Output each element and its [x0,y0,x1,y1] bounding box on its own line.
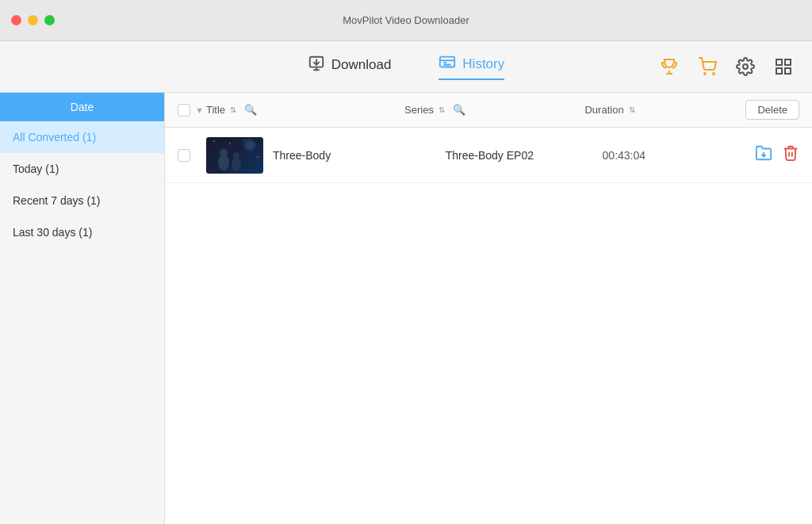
svg-rect-8 [785,68,791,74]
svg-point-16 [213,140,215,142]
top-nav-actions [657,54,796,79]
row-checkbox-area [178,149,206,162]
svg-rect-7 [776,68,782,74]
row-duration: 00:43:04 [603,149,720,162]
col-duration: Duration ⇅ [584,104,720,116]
sidebar: Date All Converted (1) Today (1) Recent … [0,93,165,524]
svg-point-18 [257,156,259,158]
svg-point-13 [220,149,228,157]
main-layout: Date All Converted (1) Today (1) Recent … [0,93,812,524]
thumbnail-image [206,137,263,174]
row-title: Three-Body [273,149,446,162]
row-actions [720,144,799,166]
title-sort-icon[interactable]: ⇅ [230,105,236,114]
thumbnail-figures [206,137,263,174]
col-title: Title ⇅ 🔍 [206,104,404,116]
header-checkbox-area: ▼ [178,104,206,117]
table-row: Three-Body Three-Body EP02 00:43:04 [165,128,812,183]
svg-point-19 [243,140,245,141]
table-header: ▼ Title ⇅ 🔍 Series ⇅ 🔍 Duration ⇅ Delete [165,93,812,128]
svg-rect-6 [785,59,791,65]
svg-point-3 [713,73,714,75]
history-tab-label: History [462,56,504,72]
svg-rect-5 [776,59,782,65]
download-tab-label: Download [331,57,392,73]
col-series: Series ⇅ 🔍 [404,104,584,116]
minimize-button[interactable] [28,15,38,25]
col-series-label: Series [404,104,434,116]
sidebar-item-recent-7[interactable]: Recent 7 days (1) [0,185,164,216]
settings-icon[interactable] [733,54,758,79]
svg-point-4 [743,64,748,69]
history-icon [439,54,456,75]
title-search-icon[interactable]: 🔍 [244,104,257,116]
select-all-checkbox[interactable] [178,104,190,117]
open-folder-icon[interactable] [755,144,772,166]
thumbnail [206,137,263,174]
svg-point-15 [233,152,239,159]
sidebar-item-all-converted[interactable]: All Converted (1) [0,121,164,153]
title-bar: MovPilot Video Downloader [0,0,812,41]
top-nav: Download History [0,41,812,93]
col-actions: Delete [720,100,799,120]
tab-download[interactable]: Download [308,55,392,79]
svg-point-17 [229,143,231,144]
col-duration-label: Duration [584,104,623,116]
traffic-lights [11,15,55,25]
svg-point-11 [246,141,254,149]
content-area: ▼ Title ⇅ 🔍 Series ⇅ 🔍 Duration ⇅ Delete [165,93,812,524]
sidebar-header: Date [0,93,164,121]
col-title-label: Title [206,104,225,116]
delete-button[interactable]: Delete [745,100,799,120]
row-select-checkbox[interactable] [178,149,190,162]
sidebar-item-today[interactable]: Today (1) [0,153,164,185]
duration-sort-icon[interactable]: ⇅ [629,105,635,114]
delete-row-icon[interactable] [782,144,799,166]
svg-point-2 [704,73,706,75]
close-button[interactable] [11,15,21,25]
row-series: Three-Body EP02 [446,149,603,162]
grid-icon[interactable] [771,54,796,79]
app-title: MovPilot Video Downloader [343,14,469,26]
sidebar-item-last-30[interactable]: Last 30 days (1) [0,216,164,248]
chevron-down-icon: ▼ [195,105,204,115]
cart-icon[interactable] [695,54,720,79]
tab-history[interactable]: History [439,54,504,80]
maximize-button[interactable] [44,15,55,25]
trophy-icon[interactable] [657,54,682,79]
download-icon [308,55,325,76]
series-search-icon[interactable]: 🔍 [453,104,465,116]
series-sort-icon[interactable]: ⇅ [439,105,445,114]
svg-point-14 [232,157,241,171]
